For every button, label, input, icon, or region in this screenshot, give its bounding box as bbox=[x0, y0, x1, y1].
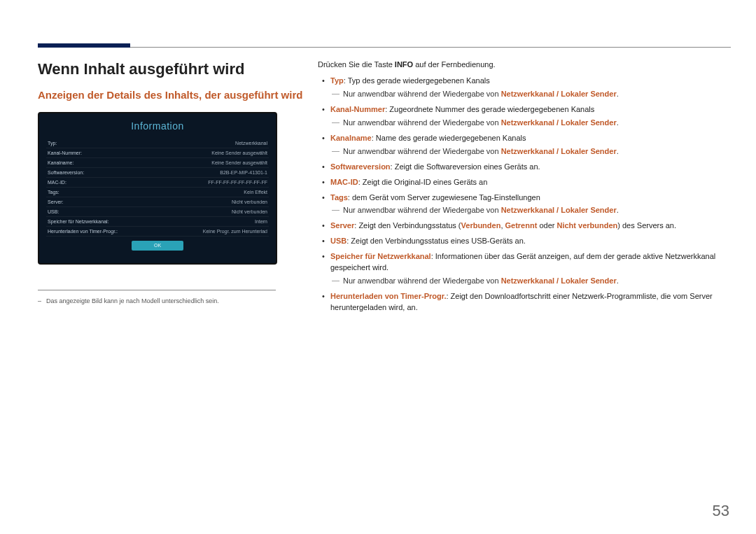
list-item-tags: Tags: dem Gerät vom Server zugewiesene T… bbox=[318, 192, 731, 217]
applicable-note: Nur anwendbar während der Wiedergabe von… bbox=[330, 205, 731, 216]
info-row: USB:Nicht verbunden bbox=[46, 207, 269, 217]
info-row-value: Kein Effekt bbox=[244, 190, 267, 195]
page-number: 53 bbox=[713, 502, 729, 520]
intro-key: INFO bbox=[395, 60, 413, 69]
info-panel-screenshot: Information Typ:Netzwerkkanal Kanal-Numm… bbox=[38, 112, 277, 265]
note-text: Nur anwendbar während der Wiedergabe von bbox=[343, 147, 501, 155]
term: Kanalname bbox=[330, 134, 372, 142]
note-text: Nur anwendbar während der Wiedergabe von bbox=[343, 118, 501, 127]
info-row: Speicher für Netzwerkkanal:Intern bbox=[46, 217, 269, 227]
info-row-label: Kanalname: bbox=[48, 160, 74, 165]
term-desc: : Name des gerade wiedergegebenen Kanals bbox=[372, 134, 526, 142]
term: Server bbox=[330, 221, 354, 230]
left-column: Wenn Inhalt ausgeführt wird Anzeigen der… bbox=[38, 60, 318, 318]
term-desc: : dem Gerät vom Server zugewiesene Tag-E… bbox=[348, 193, 540, 202]
term-desc: : Zeigt die Original-ID eines Geräts an bbox=[358, 178, 488, 186]
info-row-label: Softwareversion: bbox=[48, 170, 84, 175]
term-desc: ) des Servers an. bbox=[617, 221, 676, 230]
applicable-note: Nur anwendbar während der Wiedergabe von… bbox=[330, 276, 731, 287]
term: Speicher für Netzwerkkanal bbox=[330, 252, 431, 260]
term: Kanal-Nummer bbox=[330, 105, 385, 113]
term: Herunterladen von Timer-Progr. bbox=[330, 292, 446, 300]
footnote-divider bbox=[38, 290, 276, 290]
term: MAC-ID bbox=[330, 178, 358, 186]
applicable-note: Nur anwendbar während der Wiedergabe von… bbox=[330, 146, 731, 157]
status-value: Verbunden bbox=[461, 221, 501, 230]
info-row: Kanalname:Keine Sender ausgewählt bbox=[46, 158, 269, 168]
info-row-label: USB: bbox=[48, 209, 59, 214]
applicable-note: Nur anwendbar während der Wiedergabe von… bbox=[330, 118, 731, 129]
info-row-label: MAC-ID: bbox=[48, 180, 66, 185]
intro-text: Drücken Sie die Taste bbox=[318, 60, 395, 69]
note-text: Nur anwendbar während der Wiedergabe von bbox=[343, 206, 501, 214]
ok-button: OK bbox=[132, 241, 183, 251]
note-text: Nur anwendbar während der Wiedergabe von bbox=[343, 276, 501, 285]
note-link: Netzwerkkanal / Lokaler Sender bbox=[501, 118, 617, 127]
term-desc: : Typ des gerade wiedergegebenen Kanals bbox=[344, 76, 490, 85]
info-row: Tags:Kein Effekt bbox=[46, 188, 269, 197]
note-link: Netzwerkkanal / Lokaler Sender bbox=[501, 90, 617, 98]
info-row-value: FF-FF-FF-FF-FF-FF-FF-FF bbox=[208, 180, 267, 185]
list-item-softwareversion: Softwareversion: Zeigt die Softwareversi… bbox=[318, 162, 731, 173]
list-item-server: Server: Zeigt den Verbindungsstatus (Ver… bbox=[318, 220, 731, 232]
info-row: Softwareversion:B2B-EP-MIP-41301-1 bbox=[46, 168, 269, 178]
note-link: Netzwerkkanal / Lokaler Sender bbox=[501, 276, 617, 285]
intro-text: auf der Fernbedienung. bbox=[413, 60, 495, 69]
applicable-note: Nur anwendbar während der Wiedergabe von… bbox=[330, 89, 731, 100]
top-divider bbox=[38, 43, 731, 48]
list-item-kanalname: Kanalname: Name des gerade wiedergegeben… bbox=[318, 133, 731, 157]
info-panel-title: Information bbox=[39, 120, 276, 132]
info-row-value: Intern bbox=[255, 219, 267, 224]
info-row: Typ:Netzwerkkanal bbox=[46, 139, 269, 148]
term-desc: : Zeigt den Verbindungsstatus eines USB-… bbox=[346, 237, 526, 245]
term: USB bbox=[330, 237, 346, 245]
info-row-value: Keine Progr. zum Herunterlad bbox=[203, 229, 267, 234]
info-row-value: Keine Sender ausgewählt bbox=[211, 160, 267, 165]
term-desc: : Zeigt den Verbindungsstatus ( bbox=[354, 221, 461, 230]
info-row-label: Tags: bbox=[48, 190, 59, 195]
info-row-label: Kanal-Nummer: bbox=[48, 150, 82, 155]
note-text: Nur anwendbar während der Wiedergabe von bbox=[343, 90, 501, 98]
list-item-usb: USB: Zeigt den Verbindungsstatus eines U… bbox=[318, 236, 731, 247]
info-row-label: Server: bbox=[48, 199, 64, 204]
right-column: Drücken Sie die Taste INFO auf der Fernb… bbox=[318, 60, 731, 318]
info-row: Herunterladen von Timer-Progr.:Keine Pro… bbox=[46, 227, 269, 237]
status-value: Nicht verbunden bbox=[556, 221, 617, 230]
section-title: Anzeigen der Details des Inhalts, der au… bbox=[38, 88, 305, 102]
info-row-label: Speicher für Netzwerkkanal: bbox=[48, 219, 109, 224]
term-desc: : Zeigt die Softwareversion eines Geräts… bbox=[391, 162, 540, 171]
intro-line: Drücken Sie die Taste INFO auf der Fernb… bbox=[318, 60, 731, 69]
info-panel-rows: Typ:Netzwerkkanal Kanal-Nummer:Keine Sen… bbox=[39, 139, 276, 237]
list-item-speicher: Speicher für Netzwerkkanal: Informatione… bbox=[318, 251, 731, 287]
note-link: Netzwerkkanal / Lokaler Sender bbox=[501, 147, 617, 155]
info-row: MAC-ID:FF-FF-FF-FF-FF-FF-FF-FF bbox=[46, 178, 269, 188]
list-item-typ: Typ: Typ des gerade wiedergegebenen Kana… bbox=[318, 76, 731, 100]
info-row-value: Keine Sender ausgewählt bbox=[211, 150, 267, 155]
term: Tags bbox=[330, 193, 348, 202]
info-row: Server:Nicht verbunden bbox=[46, 197, 269, 207]
definition-list: Typ: Typ des gerade wiedergegebenen Kana… bbox=[318, 76, 731, 314]
info-row-value: B2B-EP-MIP-41301-1 bbox=[220, 170, 267, 175]
list-item-herunterladen: Herunterladen von Timer-Progr.: Zeigt de… bbox=[318, 291, 731, 314]
list-item-macid: MAC-ID: Zeigt die Original-ID eines Gerä… bbox=[318, 177, 731, 188]
info-row-value: Netzwerkkanal bbox=[235, 141, 267, 146]
info-row-value: Nicht verbunden bbox=[232, 209, 267, 214]
footnote: Das angezeigte Bild kann je nach Modell … bbox=[38, 297, 305, 304]
term-desc: oder bbox=[537, 221, 556, 230]
term: Typ bbox=[330, 76, 344, 85]
info-row: Kanal-Nummer:Keine Sender ausgewählt bbox=[46, 148, 269, 158]
page-title: Wenn Inhalt ausgeführt wird bbox=[38, 60, 305, 78]
info-row-label: Herunterladen von Timer-Progr.: bbox=[48, 229, 118, 234]
term: Softwareversion bbox=[330, 162, 391, 171]
status-value: Getrennt bbox=[505, 221, 538, 230]
note-link: Netzwerkkanal / Lokaler Sender bbox=[501, 206, 617, 214]
info-row-value: Nicht verbunden bbox=[232, 199, 267, 204]
accent-bar bbox=[38, 43, 130, 48]
term-desc: : Zugeordnete Nummer des gerade wiederge… bbox=[385, 105, 594, 113]
info-row-label: Typ: bbox=[48, 141, 57, 146]
list-item-kanalnummer: Kanal-Nummer: Zugeordnete Nummer des ger… bbox=[318, 104, 731, 129]
page-body: Wenn Inhalt ausgeführt wird Anzeigen der… bbox=[0, 48, 756, 318]
